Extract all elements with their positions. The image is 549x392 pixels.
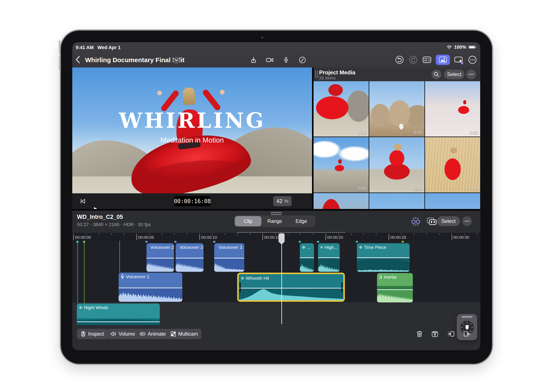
timeline-ruler[interactable]: 00:00:00 00:00:05 00:00:10 00:00:15 00:0… [72, 233, 480, 241]
import-icon[interactable] [249, 55, 258, 65]
wifi-icon [447, 45, 452, 49]
media-select-button[interactable]: Select [444, 70, 464, 79]
panel-resize-handle[interactable] [271, 212, 282, 215]
timeline-clip-time-piece[interactable]: Time Piece [357, 243, 410, 272]
volume-label: Volume [119, 331, 135, 337]
thumbnail-duration: 0:03 [414, 130, 422, 135]
inspect-label: Inspect [88, 331, 104, 337]
clip-label: Voiceover 2 [150, 245, 174, 250]
ruler-label: 00:00:30 [452, 235, 469, 240]
ruler-label: 00:00:10 [200, 235, 217, 240]
thumbnail-duration: 0:02 [358, 186, 366, 191]
playhead-handle[interactable] [278, 233, 285, 245]
timeline-select-button[interactable]: Select [437, 216, 460, 226]
media-thumbnail[interactable] [425, 193, 480, 209]
clip-label: Voiceover 2 [179, 245, 203, 250]
timecode-display[interactable]: 00:00:16:08 [174, 196, 211, 206]
mode-edge[interactable]: Edge [288, 216, 315, 226]
timeline-clip-voiceover1[interactable]: Voiceover 1 [119, 273, 182, 302]
media-thumbnail[interactable] [369, 193, 424, 209]
mode-clip[interactable]: Clip [235, 216, 261, 226]
trim-handle-right[interactable] [342, 282, 342, 293]
media-thumbnail[interactable]: 0:02 [425, 81, 480, 137]
zoom-level-control[interactable]: 42 % [273, 196, 292, 206]
playhead-line[interactable] [281, 233, 282, 324]
timeline-clip-voiceover2a[interactable]: Voiceover 2 [146, 243, 174, 272]
status-time: 9:41 AM [76, 45, 94, 50]
inspect-button[interactable]: Inspect [77, 329, 107, 339]
timeline-panel: WD_Intro_C2_05 00:27 · 3840 × 2160 · HDR… [72, 211, 480, 350]
magnetic-split-icon[interactable] [410, 216, 421, 227]
project-media-count: 26 Items [319, 76, 336, 81]
microphone-icon[interactable] [281, 55, 291, 65]
timeline-clip-name: WD_Intro_C2_05 [77, 214, 123, 220]
more-icon[interactable] [468, 55, 477, 65]
timeline-more-button[interactable] [462, 216, 472, 226]
clip-edge-line [120, 241, 120, 273]
ruler-label: 00:00:05 [136, 235, 154, 240]
viewer-overlay-subtitle: Meditation in Motion [72, 136, 312, 144]
viewer-preview: WHIRLING Meditation in Motion [72, 68, 312, 193]
zoom-unit: % [284, 198, 288, 204]
insert-clip-icon[interactable] [447, 330, 455, 338]
connection-dot [402, 241, 404, 243]
battery-percent: 100% [454, 44, 466, 50]
media-thumbnail[interactable]: 0:03 [369, 81, 424, 137]
clip-label: ... [307, 245, 311, 250]
timeline-clip-voiceover3[interactable]: Voiceover 3 [214, 243, 244, 272]
playback-bar: 00:00:16:08 42 % [72, 193, 312, 209]
timeline-clip-voiceover2b[interactable]: Voiceover 2 [176, 243, 204, 272]
clip-edge-line [78, 241, 78, 303]
back-button[interactable] [75, 56, 83, 64]
timeline-clip-sfx-short[interactable]: ... [300, 243, 314, 272]
viewer-art-hand-right [220, 90, 225, 95]
connection-dot [299, 241, 301, 243]
redo-icon[interactable] [408, 55, 418, 65]
star-badge-dot [461, 62, 463, 64]
page: 9:41 AM Wed Apr 1 100% [0, 0, 549, 392]
panel-grab-bars[interactable] [315, 70, 318, 78]
media-thumbnail[interactable] [314, 193, 369, 209]
media-grid: 0:02 0:03 0:02 0:02 0:01 0:10 [314, 81, 480, 209]
media-thumbnail[interactable]: 0:02 [314, 81, 369, 137]
clip-label: Voiceover 1 [126, 274, 150, 279]
timeline-clip-whoosh-hit-selected[interactable]: Whoosh Hit [237, 273, 345, 302]
delete-clip-icon[interactable] [415, 330, 424, 338]
media-thumbnail[interactable]: 0:10 [425, 137, 480, 192]
media-browser-button-active[interactable] [436, 55, 450, 65]
project-title-menu-button[interactable] [173, 57, 180, 64]
media-more-button[interactable] [466, 70, 476, 79]
overwrite-clip-icon[interactable] [463, 330, 471, 338]
timeline-clip-night-winds[interactable]: Night Winds [77, 303, 160, 325]
camera-icon[interactable] [265, 55, 275, 65]
connect-overwrite-icon[interactable] [426, 216, 437, 227]
timeline-clip-inertia[interactable]: Inertia [377, 273, 413, 302]
mode-range[interactable]: Range [261, 216, 288, 226]
project-media-header: Project Media 26 Items Select [314, 68, 480, 81]
search-button[interactable] [431, 70, 441, 79]
trim-handle-left[interactable] [240, 282, 241, 293]
connection-dot [174, 241, 177, 243]
browser-list-icon[interactable] [422, 55, 432, 65]
volume-button[interactable]: Volume [107, 329, 139, 339]
titles-star-icon[interactable] [454, 55, 464, 65]
sensor-dot [291, 37, 292, 38]
pencil-icon[interactable] [298, 55, 307, 65]
project-media-panel: Project Media 26 Items Select 0:02 [314, 68, 480, 209]
thumbnail-duration: 0:01 [414, 186, 422, 191]
media-thumbnail[interactable]: 0:01 [369, 137, 424, 192]
title-bar: Whirling Documentary Final Edit [72, 52, 480, 68]
animate-button[interactable]: Animate [136, 329, 169, 339]
media-thumbnail[interactable]: 0:02 [314, 137, 369, 192]
multicam-button[interactable]: Multicam [167, 329, 201, 339]
timeline-clip-high[interactable]: High... [318, 243, 340, 272]
clip-label: Whoosh Hit [246, 276, 269, 281]
split-clip-icon[interactable] [431, 330, 439, 338]
multicam-label: Multicam [178, 331, 198, 337]
previous-frame-button[interactable] [78, 196, 88, 206]
viewer-art-hat [183, 87, 195, 105]
undo-icon[interactable] [395, 55, 405, 65]
animate-label: Animate [148, 331, 166, 337]
jog-wheel-grip[interactable] [462, 316, 472, 318]
edit-mode-segmented-control: Clip Range Edge [234, 215, 315, 227]
